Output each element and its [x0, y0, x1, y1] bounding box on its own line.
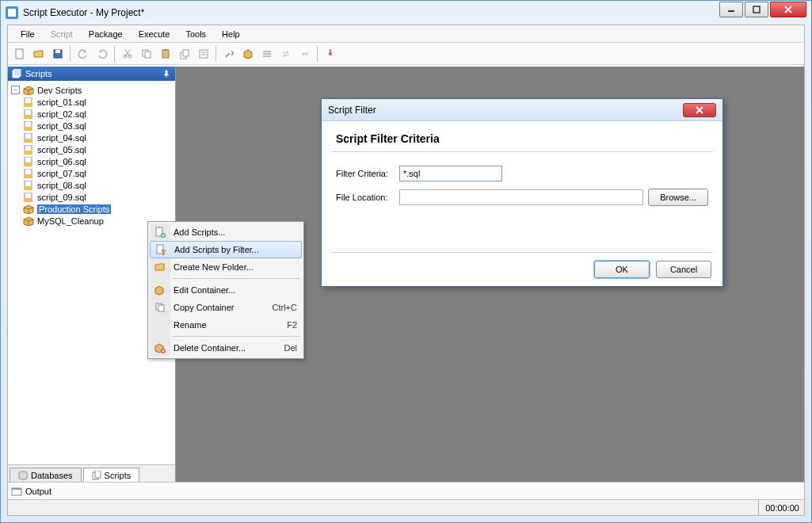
duplicate-icon[interactable]	[176, 45, 193, 63]
page-add-icon	[154, 226, 166, 239]
svg-rect-17	[200, 50, 208, 58]
save-icon[interactable]	[49, 45, 67, 63]
link-icon[interactable]	[296, 45, 314, 63]
context-menu: Add Scripts... Add Scripts by Filter... …	[147, 221, 304, 359]
svg-rect-13	[162, 50, 169, 58]
window-titlebar: Script Executor - My Project*	[1, 1, 811, 25]
filter-criteria-input[interactable]	[399, 166, 502, 181]
menu-file[interactable]: File	[13, 27, 43, 41]
ctx-edit-container[interactable]: Edit Container...	[150, 281, 302, 299]
ctx-delete-container[interactable]: Delete Container... Del	[150, 339, 302, 357]
box-icon	[22, 204, 35, 215]
menu-execute[interactable]: Execute	[131, 27, 178, 41]
collapse-icon[interactable]: −	[11, 86, 20, 94]
svg-rect-38	[25, 162, 32, 166]
package-icon[interactable]	[239, 45, 257, 63]
box-icon	[22, 85, 35, 96]
ctx-add-scripts[interactable]: Add Scripts...	[150, 223, 302, 241]
cut-icon[interactable]	[119, 45, 136, 63]
tree-node-script[interactable]: script_02.sql	[10, 108, 173, 120]
maximize-button[interactable]	[745, 2, 768, 17]
file-location-input[interactable]	[399, 189, 643, 205]
folder-icon	[154, 261, 166, 273]
svg-rect-22	[263, 55, 271, 57]
sql-file-icon	[22, 132, 35, 143]
tree-node-dev-scripts[interactable]: − Dev Scripts	[10, 84, 173, 96]
menu-script: Script	[43, 27, 81, 41]
tree-node-script[interactable]: script_01.sql	[10, 96, 173, 108]
tree-node-script[interactable]: script_05.sql	[10, 143, 173, 155]
properties-icon[interactable]	[195, 45, 212, 63]
dialog-titlebar[interactable]: Script Filter	[322, 99, 722, 121]
output-icon	[11, 486, 22, 497]
svg-rect-6	[55, 50, 60, 53]
box-edit-icon	[154, 284, 166, 296]
svg-rect-36	[25, 151, 32, 155]
svg-point-23	[329, 52, 332, 55]
cancel-button[interactable]: Cancel	[656, 261, 711, 278]
svg-rect-54	[157, 245, 163, 254]
tree-node-script[interactable]: script_08.sql	[10, 179, 173, 191]
close-button[interactable]	[770, 2, 806, 17]
tab-databases[interactable]: Databases	[10, 468, 82, 483]
dialog-title: Script Filter	[328, 105, 376, 116]
swap-icon[interactable]	[277, 45, 295, 63]
undo-icon[interactable]	[74, 45, 92, 63]
tree-node-script[interactable]: script_07.sql	[10, 167, 173, 179]
panel-title: Scripts	[25, 69, 52, 78]
output-strip[interactable]: Output	[8, 482, 804, 499]
svg-rect-28	[25, 103, 32, 107]
window-title: Script Executor - My Project*	[23, 7, 144, 18]
ctx-copy-container[interactable]: Copy Container Ctrl+C	[150, 299, 302, 316]
tab-scripts[interactable]: Scripts	[83, 468, 140, 483]
run-icon[interactable]	[322, 45, 339, 63]
open-icon[interactable]	[30, 45, 48, 63]
sql-file-icon	[22, 109, 35, 120]
svg-rect-49	[12, 488, 21, 490]
filter-criteria-label: Filter Criteria:	[336, 169, 395, 178]
menu-help[interactable]: Help	[214, 27, 248, 41]
sql-file-icon	[22, 168, 35, 179]
wrench-icon[interactable]	[220, 45, 238, 63]
page-filter-icon	[154, 243, 167, 256]
paste-icon[interactable]	[157, 45, 174, 63]
dialog-heading: Script Filter Criteria	[322, 121, 722, 151]
copy-icon[interactable]	[138, 45, 155, 63]
pin-icon[interactable]	[161, 68, 172, 79]
tree-node-script[interactable]: script_06.sql	[10, 155, 173, 167]
svg-rect-24	[330, 49, 331, 52]
sql-file-icon	[22, 97, 35, 108]
ctx-add-scripts-filter[interactable]: Add Scripts by Filter...	[150, 241, 302, 258]
tree-node-script[interactable]: script_04.sql	[10, 132, 173, 143]
redo-icon[interactable]	[93, 45, 111, 63]
sql-file-icon	[22, 156, 35, 167]
svg-rect-21	[263, 53, 271, 55]
file-location-label: File Location:	[336, 193, 395, 202]
scripts-tab-icon	[92, 471, 101, 480]
svg-rect-40	[25, 174, 32, 178]
dialog-close-button[interactable]	[683, 103, 716, 117]
svg-rect-26	[14, 69, 21, 76]
new-icon[interactable]	[11, 45, 29, 63]
minimize-button[interactable]	[719, 2, 743, 17]
tree-node-script[interactable]: script_09.sql	[10, 191, 173, 203]
svg-rect-1	[753, 6, 760, 13]
browse-button[interactable]: Browse...	[648, 189, 708, 206]
svg-rect-16	[183, 50, 189, 56]
ok-button[interactable]: OK	[594, 261, 650, 278]
svg-rect-32	[25, 127, 32, 131]
ctx-rename[interactable]: Rename F2	[150, 316, 302, 334]
tree-node-script[interactable]: script_03.sql	[10, 120, 173, 132]
svg-rect-56	[158, 305, 164, 311]
menu-tools[interactable]: Tools	[177, 27, 214, 41]
tree-node-production-scripts[interactable]: Production Scripts	[10, 203, 173, 215]
ctx-new-folder[interactable]: Create New Folder...	[150, 258, 302, 276]
panel-header-scripts: Scripts	[8, 67, 175, 81]
script-filter-dialog: Script Filter Script Filter Criteria Fil…	[321, 98, 723, 287]
svg-rect-42	[25, 186, 32, 190]
list-icon[interactable]	[258, 45, 276, 63]
menu-package[interactable]: Package	[81, 27, 131, 41]
output-label: Output	[25, 487, 51, 496]
svg-rect-20	[263, 51, 271, 52]
svg-rect-30	[25, 115, 32, 119]
